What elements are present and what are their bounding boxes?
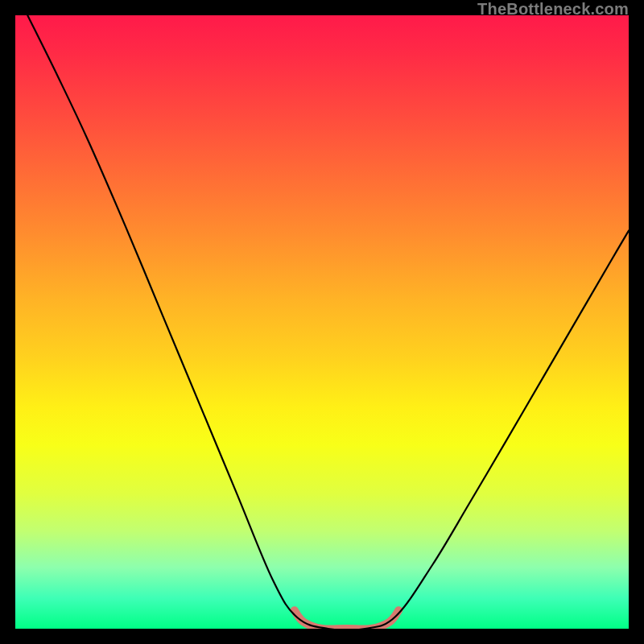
curve-layer: [15, 15, 629, 629]
chart-frame: TheBottleneck.com: [0, 0, 644, 644]
plot-area: [15, 15, 629, 629]
bottleneck-curve: [27, 15, 629, 629]
